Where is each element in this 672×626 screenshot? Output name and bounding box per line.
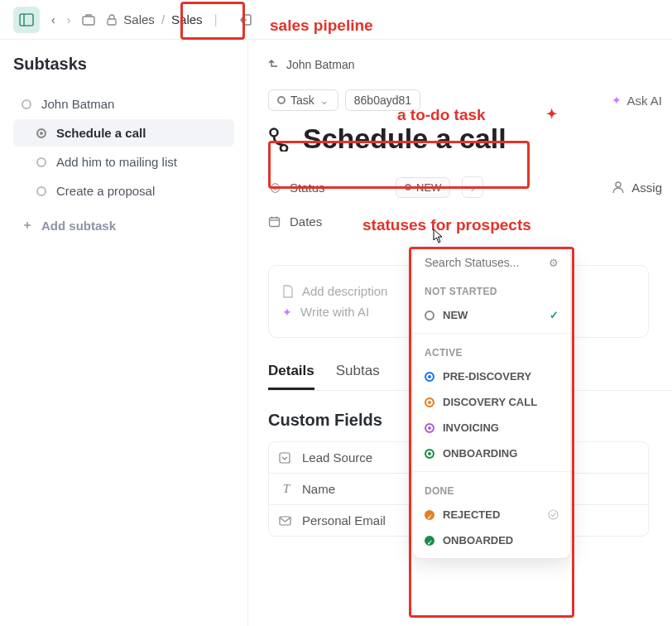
status-property-row: ◎ Status NEW › Assig xyxy=(268,176,672,198)
topbar: ‹ › Sales / Sales | xyxy=(0,0,672,40)
status-dot-icon xyxy=(36,128,46,138)
history-forward-button[interactable]: › xyxy=(67,13,71,26)
calendar-icon xyxy=(268,215,281,228)
status-option-discovery[interactable]: DISCOVERY CALL xyxy=(413,389,570,415)
status-swatch-icon xyxy=(425,449,434,459)
subtask-schedule-call[interactable]: Schedule a call xyxy=(13,119,234,147)
subtasks-title: Subtasks xyxy=(13,55,234,74)
status-dot-icon xyxy=(22,99,31,109)
tab-details[interactable]: Details xyxy=(268,363,314,390)
svg-point-4 xyxy=(271,128,278,136)
svg-rect-11 xyxy=(280,517,290,525)
dates-property-row[interactable]: Dates xyxy=(268,214,672,229)
status-option-new[interactable]: NEW✓ xyxy=(413,302,570,328)
status-dot-icon xyxy=(36,186,46,196)
status-swatch-icon xyxy=(425,510,434,520)
add-subtask-button[interactable]: ＋ Add subtask xyxy=(13,209,234,241)
sparkle-icon: ✦ xyxy=(282,306,292,319)
task-id-pill[interactable]: 86b0ayd81 xyxy=(345,89,420,111)
status-option-onboarded[interactable]: ONBOARDED xyxy=(413,527,570,553)
status-swatch-icon xyxy=(425,397,434,407)
sparkle-icon: ✦ xyxy=(612,94,622,107)
svg-rect-6 xyxy=(270,218,280,227)
lock-icon xyxy=(107,14,117,26)
check-icon: ✓ xyxy=(550,309,559,321)
status-search-input[interactable] xyxy=(425,256,524,269)
status-group-label: NOT STARTED xyxy=(413,277,570,302)
subtask-mailing-list[interactable]: Add him to mailing list xyxy=(13,148,234,176)
status-option-invoicing[interactable]: INVOICING xyxy=(413,415,570,441)
status-dot-icon xyxy=(36,157,46,167)
status-swatch-icon xyxy=(425,372,434,382)
text-field-icon: T xyxy=(279,482,294,496)
status-group-label: ACTIVE xyxy=(413,339,570,364)
breadcrumb: Sales / Sales xyxy=(107,12,202,26)
svg-rect-2 xyxy=(83,17,94,25)
target-icon: ◎ xyxy=(268,180,281,195)
assignees-property[interactable]: Assig xyxy=(612,181,662,195)
history-back-button[interactable]: ‹ xyxy=(51,13,55,26)
status-dot-icon xyxy=(405,184,411,190)
phone-call-icon xyxy=(268,127,293,152)
sidebar-toggle-button[interactable] xyxy=(13,7,40,33)
space-icon xyxy=(82,14,95,26)
status-swatch-icon xyxy=(425,423,434,433)
page-icon xyxy=(282,285,294,298)
status-swatch-icon xyxy=(425,311,434,320)
svg-point-12 xyxy=(549,510,558,519)
plus-icon: ＋ xyxy=(22,218,33,233)
status-swatch-icon xyxy=(425,536,434,546)
exit-icon[interactable] xyxy=(239,12,254,27)
status-group-label: DONE xyxy=(413,477,570,502)
panel-icon xyxy=(19,12,34,27)
tab-subtasks[interactable]: Subtas xyxy=(336,363,380,390)
breadcrumb-list[interactable]: Sales xyxy=(171,12,203,26)
subtask-create-proposal[interactable]: Create a proposal xyxy=(13,177,234,205)
ask-ai-button[interactable]: ✦ Ask AI xyxy=(612,94,662,108)
email-field-icon xyxy=(279,516,294,526)
check-circle-icon xyxy=(548,509,559,520)
task-title[interactable]: Schedule a call xyxy=(268,123,672,155)
subtasks-panel: Subtasks John Batman Schedule a call Add… xyxy=(0,40,248,626)
status-chip[interactable]: NEW xyxy=(396,177,450,198)
svg-rect-3 xyxy=(108,19,116,25)
status-dot-icon xyxy=(277,96,286,104)
svg-point-5 xyxy=(616,182,621,187)
task-type-pill[interactable]: Task ⌄ xyxy=(268,89,338,111)
return-up-icon xyxy=(268,59,280,70)
parent-task-link[interactable]: John Batman xyxy=(268,58,672,71)
dropdown-field-icon xyxy=(279,452,294,464)
status-popover: ⚙ NOT STARTEDNEW✓ACTIVEPRE-DISCOVERYDISC… xyxy=(412,247,571,559)
status-next-button[interactable]: › xyxy=(462,176,483,198)
gear-icon[interactable]: ⚙ xyxy=(549,257,559,269)
svg-rect-0 xyxy=(20,14,33,26)
svg-rect-10 xyxy=(280,453,290,463)
status-option-rejected[interactable]: REJECTED xyxy=(413,502,570,527)
user-icon xyxy=(612,181,625,194)
breadcrumb-space[interactable]: Sales xyxy=(123,12,155,26)
status-option-prediscovery[interactable]: PRE-DISCOVERY xyxy=(413,364,570,389)
status-option-onboarding[interactable]: ONBOARDING xyxy=(413,441,570,466)
subtask-parent[interactable]: John Batman xyxy=(13,90,234,118)
